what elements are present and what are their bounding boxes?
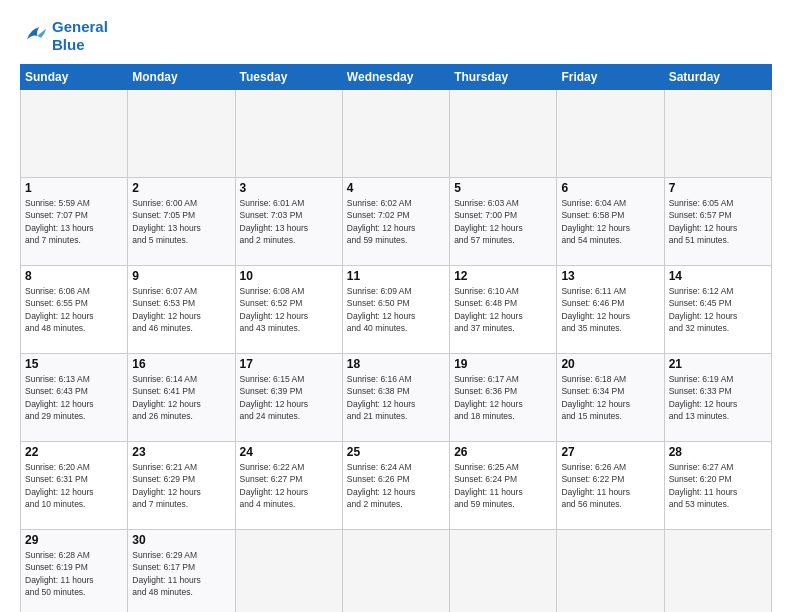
day-number: 14 bbox=[669, 269, 767, 283]
calendar-cell: 18Sunrise: 6:16 AM Sunset: 6:38 PM Dayli… bbox=[342, 354, 449, 442]
day-info: Sunrise: 6:24 AM Sunset: 6:26 PM Dayligh… bbox=[347, 461, 445, 510]
calendar-cell bbox=[664, 530, 771, 613]
calendar-cell: 7Sunrise: 6:05 AM Sunset: 6:57 PM Daylig… bbox=[664, 178, 771, 266]
day-info: Sunrise: 6:09 AM Sunset: 6:50 PM Dayligh… bbox=[347, 285, 445, 334]
day-info: Sunrise: 5:59 AM Sunset: 7:07 PM Dayligh… bbox=[25, 197, 123, 246]
calendar-cell: 26Sunrise: 6:25 AM Sunset: 6:24 PM Dayli… bbox=[450, 442, 557, 530]
day-info: Sunrise: 6:00 AM Sunset: 7:05 PM Dayligh… bbox=[132, 197, 230, 246]
logo-icon bbox=[20, 22, 48, 50]
calendar-cell: 21Sunrise: 6:19 AM Sunset: 6:33 PM Dayli… bbox=[664, 354, 771, 442]
day-number: 13 bbox=[561, 269, 659, 283]
calendar-week-row bbox=[21, 90, 772, 178]
calendar-cell: 12Sunrise: 6:10 AM Sunset: 6:48 PM Dayli… bbox=[450, 266, 557, 354]
day-number: 3 bbox=[240, 181, 338, 195]
calendar-cell: 13Sunrise: 6:11 AM Sunset: 6:46 PM Dayli… bbox=[557, 266, 664, 354]
logo-text: General Blue bbox=[52, 18, 108, 54]
day-number: 24 bbox=[240, 445, 338, 459]
calendar-cell bbox=[342, 530, 449, 613]
day-info: Sunrise: 6:02 AM Sunset: 7:02 PM Dayligh… bbox=[347, 197, 445, 246]
calendar-cell: 27Sunrise: 6:26 AM Sunset: 6:22 PM Dayli… bbox=[557, 442, 664, 530]
day-info: Sunrise: 6:13 AM Sunset: 6:43 PM Dayligh… bbox=[25, 373, 123, 422]
calendar-table: SundayMondayTuesdayWednesdayThursdayFrid… bbox=[20, 64, 772, 612]
day-info: Sunrise: 6:18 AM Sunset: 6:34 PM Dayligh… bbox=[561, 373, 659, 422]
calendar-week-row: 29Sunrise: 6:28 AM Sunset: 6:19 PM Dayli… bbox=[21, 530, 772, 613]
day-number: 28 bbox=[669, 445, 767, 459]
calendar-cell bbox=[557, 90, 664, 178]
calendar-cell: 20Sunrise: 6:18 AM Sunset: 6:34 PM Dayli… bbox=[557, 354, 664, 442]
calendar-cell: 11Sunrise: 6:09 AM Sunset: 6:50 PM Dayli… bbox=[342, 266, 449, 354]
day-number: 23 bbox=[132, 445, 230, 459]
calendar-cell: 14Sunrise: 6:12 AM Sunset: 6:45 PM Dayli… bbox=[664, 266, 771, 354]
calendar-cell bbox=[557, 530, 664, 613]
calendar-cell: 16Sunrise: 6:14 AM Sunset: 6:41 PM Dayli… bbox=[128, 354, 235, 442]
day-number: 18 bbox=[347, 357, 445, 371]
day-info: Sunrise: 6:27 AM Sunset: 6:20 PM Dayligh… bbox=[669, 461, 767, 510]
day-number: 1 bbox=[25, 181, 123, 195]
day-info: Sunrise: 6:19 AM Sunset: 6:33 PM Dayligh… bbox=[669, 373, 767, 422]
calendar-cell bbox=[450, 90, 557, 178]
day-info: Sunrise: 6:07 AM Sunset: 6:53 PM Dayligh… bbox=[132, 285, 230, 334]
calendar-week-row: 15Sunrise: 6:13 AM Sunset: 6:43 PM Dayli… bbox=[21, 354, 772, 442]
day-info: Sunrise: 6:04 AM Sunset: 6:58 PM Dayligh… bbox=[561, 197, 659, 246]
calendar-cell bbox=[450, 530, 557, 613]
day-info: Sunrise: 6:06 AM Sunset: 6:55 PM Dayligh… bbox=[25, 285, 123, 334]
day-number: 27 bbox=[561, 445, 659, 459]
day-info: Sunrise: 6:26 AM Sunset: 6:22 PM Dayligh… bbox=[561, 461, 659, 510]
calendar-cell: 5Sunrise: 6:03 AM Sunset: 7:00 PM Daylig… bbox=[450, 178, 557, 266]
calendar-cell: 2Sunrise: 6:00 AM Sunset: 7:05 PM Daylig… bbox=[128, 178, 235, 266]
calendar-cell: 17Sunrise: 6:15 AM Sunset: 6:39 PM Dayli… bbox=[235, 354, 342, 442]
calendar-cell: 8Sunrise: 6:06 AM Sunset: 6:55 PM Daylig… bbox=[21, 266, 128, 354]
day-number: 22 bbox=[25, 445, 123, 459]
day-info: Sunrise: 6:14 AM Sunset: 6:41 PM Dayligh… bbox=[132, 373, 230, 422]
page-header: General Blue bbox=[20, 18, 772, 54]
day-info: Sunrise: 6:21 AM Sunset: 6:29 PM Dayligh… bbox=[132, 461, 230, 510]
col-header-sunday: Sunday bbox=[21, 65, 128, 90]
col-header-tuesday: Tuesday bbox=[235, 65, 342, 90]
calendar-week-row: 1Sunrise: 5:59 AM Sunset: 7:07 PM Daylig… bbox=[21, 178, 772, 266]
day-number: 29 bbox=[25, 533, 123, 547]
day-info: Sunrise: 6:03 AM Sunset: 7:00 PM Dayligh… bbox=[454, 197, 552, 246]
day-number: 5 bbox=[454, 181, 552, 195]
day-number: 11 bbox=[347, 269, 445, 283]
day-info: Sunrise: 6:17 AM Sunset: 6:36 PM Dayligh… bbox=[454, 373, 552, 422]
calendar-week-row: 22Sunrise: 6:20 AM Sunset: 6:31 PM Dayli… bbox=[21, 442, 772, 530]
calendar-cell bbox=[342, 90, 449, 178]
col-header-saturday: Saturday bbox=[664, 65, 771, 90]
day-number: 25 bbox=[347, 445, 445, 459]
calendar-cell bbox=[128, 90, 235, 178]
calendar-cell: 3Sunrise: 6:01 AM Sunset: 7:03 PM Daylig… bbox=[235, 178, 342, 266]
col-header-wednesday: Wednesday bbox=[342, 65, 449, 90]
day-number: 8 bbox=[25, 269, 123, 283]
day-info: Sunrise: 6:28 AM Sunset: 6:19 PM Dayligh… bbox=[25, 549, 123, 598]
calendar-week-row: 8Sunrise: 6:06 AM Sunset: 6:55 PM Daylig… bbox=[21, 266, 772, 354]
day-number: 4 bbox=[347, 181, 445, 195]
day-number: 12 bbox=[454, 269, 552, 283]
day-number: 7 bbox=[669, 181, 767, 195]
day-info: Sunrise: 6:11 AM Sunset: 6:46 PM Dayligh… bbox=[561, 285, 659, 334]
logo: General Blue bbox=[20, 18, 108, 54]
day-number: 16 bbox=[132, 357, 230, 371]
calendar-cell bbox=[235, 90, 342, 178]
day-info: Sunrise: 6:16 AM Sunset: 6:38 PM Dayligh… bbox=[347, 373, 445, 422]
day-number: 10 bbox=[240, 269, 338, 283]
day-info: Sunrise: 6:12 AM Sunset: 6:45 PM Dayligh… bbox=[669, 285, 767, 334]
day-number: 2 bbox=[132, 181, 230, 195]
day-number: 30 bbox=[132, 533, 230, 547]
calendar-cell: 9Sunrise: 6:07 AM Sunset: 6:53 PM Daylig… bbox=[128, 266, 235, 354]
calendar-cell: 1Sunrise: 5:59 AM Sunset: 7:07 PM Daylig… bbox=[21, 178, 128, 266]
calendar-cell: 22Sunrise: 6:20 AM Sunset: 6:31 PM Dayli… bbox=[21, 442, 128, 530]
day-info: Sunrise: 6:15 AM Sunset: 6:39 PM Dayligh… bbox=[240, 373, 338, 422]
col-header-friday: Friday bbox=[557, 65, 664, 90]
day-number: 6 bbox=[561, 181, 659, 195]
day-number: 9 bbox=[132, 269, 230, 283]
day-number: 17 bbox=[240, 357, 338, 371]
day-number: 19 bbox=[454, 357, 552, 371]
day-info: Sunrise: 6:25 AM Sunset: 6:24 PM Dayligh… bbox=[454, 461, 552, 510]
day-info: Sunrise: 6:08 AM Sunset: 6:52 PM Dayligh… bbox=[240, 285, 338, 334]
calendar-cell: 24Sunrise: 6:22 AM Sunset: 6:27 PM Dayli… bbox=[235, 442, 342, 530]
col-header-thursday: Thursday bbox=[450, 65, 557, 90]
day-info: Sunrise: 6:22 AM Sunset: 6:27 PM Dayligh… bbox=[240, 461, 338, 510]
calendar-cell: 30Sunrise: 6:29 AM Sunset: 6:17 PM Dayli… bbox=[128, 530, 235, 613]
calendar-cell bbox=[235, 530, 342, 613]
calendar-header-row: SundayMondayTuesdayWednesdayThursdayFrid… bbox=[21, 65, 772, 90]
